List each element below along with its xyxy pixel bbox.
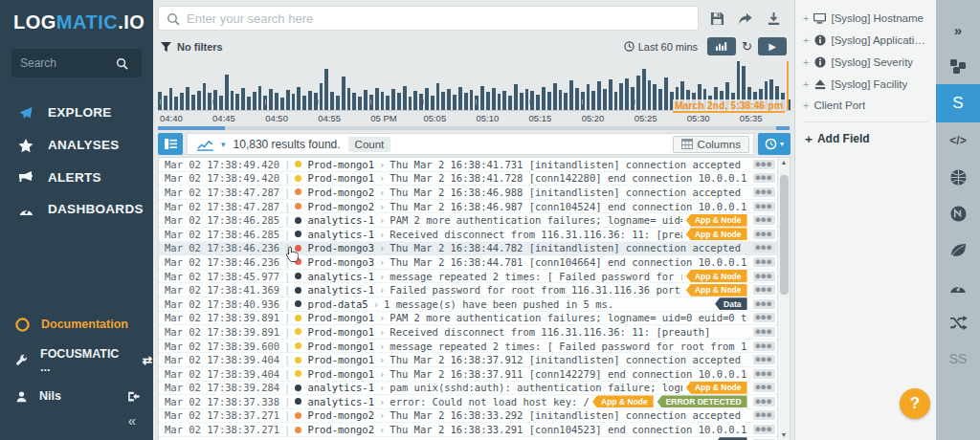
- add-plus-icon[interactable]: +: [803, 34, 809, 46]
- log-service[interactable]: Prod-mongo1: [307, 368, 374, 380]
- chart-type-caret-icon[interactable]: ▾: [221, 140, 226, 149]
- table-row[interactable]: Mar 02 17:38:39.600|Prod-mongo1›message …: [159, 340, 777, 354]
- source-syslog-tab[interactable]: S: [936, 84, 980, 122]
- ss-label[interactable]: SS: [936, 341, 980, 377]
- time-range-brush[interactable]: [158, 126, 790, 130]
- history-button[interactable]: ▾: [758, 133, 791, 155]
- field-item[interactable]: +[Syslog] Hostname: [803, 8, 928, 29]
- log-service[interactable]: Prod-mongo1: [307, 326, 374, 338]
- refresh-icon[interactable]: ↻: [742, 39, 752, 54]
- row-actions-button[interactable]: ●●●: [753, 215, 775, 225]
- table-row[interactable]: Mar 02 17:38:39.891|Prod-mongo1›Received…: [159, 325, 777, 340]
- columns-button[interactable]: Columns: [673, 136, 749, 153]
- row-actions-button[interactable]: ●●●: [753, 272, 775, 281]
- row-actions-button[interactable]: ●●●: [753, 341, 775, 351]
- histogram-toggle-button[interactable]: [707, 37, 736, 55]
- log-message[interactable]: Failed password for root from 116.31.116…: [390, 284, 682, 296]
- field-item[interactable]: +Client Port: [803, 95, 928, 116]
- log-service[interactable]: analytics-1: [307, 214, 374, 226]
- table-row[interactable]: Mar 02 17:38:46.236|Prod-mongo3›Thu Mar …: [159, 242, 777, 256]
- time-range-selector[interactable]: Last 60 mins: [624, 41, 698, 53]
- log-message[interactable]: Thu Mar 2 16:38:41.731 [initandlisten] c…: [390, 159, 746, 170]
- exchange-icon[interactable]: ⇄: [142, 353, 151, 367]
- log-service[interactable]: Prod-mongo2: [307, 201, 374, 212]
- nginx-icon[interactable]: [936, 195, 980, 231]
- collapse-sidebar-button[interactable]: «: [128, 412, 136, 429]
- row-actions-button[interactable]: ●●●: [753, 202, 775, 211]
- query-search-input[interactable]: [187, 11, 690, 26]
- table-row[interactable]: Mar 02 17:38:37.338|analytics-1›error: C…: [159, 395, 777, 409]
- log-service[interactable]: Prod-mongo1: [307, 312, 374, 323]
- globe-icon[interactable]: [936, 159, 980, 195]
- shuffle-icon[interactable]: [936, 304, 980, 341]
- log-service[interactable]: Prod-mongo2: [307, 187, 374, 198]
- log-service[interactable]: analytics-1: [307, 396, 374, 407]
- save-icon[interactable]: [710, 10, 724, 27]
- log-message[interactable]: message repeated 2 times: [ Failed passw…: [390, 271, 682, 282]
- row-actions-button[interactable]: ●●●: [753, 299, 775, 309]
- add-plus-icon[interactable]: +: [803, 99, 809, 111]
- row-actions-button[interactable]: ●●●: [753, 173, 775, 183]
- log-message[interactable]: message repeated 2 times: [ Failed passw…: [390, 341, 746, 352]
- table-row[interactable]: Mar 02 17:38:41.369|analytics-1›Failed p…: [159, 283, 777, 297]
- log-message[interactable]: Received disconnect from 116.31.116.36: …: [390, 229, 682, 240]
- table-row[interactable]: Mar 02 17:38:46.236|Prod-mongo3›Thu Mar …: [159, 255, 777, 270]
- log-message[interactable]: 1 message(s) have been pushed in 5 ms.: [384, 298, 711, 310]
- leaf-icon[interactable]: [936, 231, 980, 268]
- log-message[interactable]: Thu Mar 2 16:38:46.987 [conn104524] end …: [390, 201, 746, 212]
- row-actions-button[interactable]: ●●●: [753, 355, 775, 364]
- table-row[interactable]: Mar 02 17:38:37.271|Prod-mongo2›Thu Mar …: [159, 423, 777, 437]
- log-service[interactable]: analytics-1: [307, 284, 374, 296]
- log-message[interactable]: PAM 2 more authentication failures; logn…: [390, 312, 746, 323]
- sidebar-item-alerts[interactable]: ALERTS: [0, 162, 153, 193]
- table-row[interactable]: Mar 02 17:38:47.287|Prod-mongo2›Thu Mar …: [159, 186, 777, 200]
- table-row[interactable]: Mar 02 17:38:39.404|Prod-mongo1›Thu Mar …: [159, 353, 777, 367]
- log-tag[interactable]: App & Node: [686, 270, 747, 282]
- log-message[interactable]: Thu Mar 2 16:38:37.912 [initandlisten] c…: [390, 354, 746, 365]
- log-message[interactable]: Received disconnect from 116.31.116.36: …: [390, 326, 746, 338]
- workspace-switcher[interactable]: FOCUSMATIC ... ⇄: [0, 340, 153, 382]
- scroll-down-icon[interactable]: ▼: [781, 430, 788, 440]
- row-actions-button[interactable]: ●●●: [753, 369, 775, 379]
- row-actions-button[interactable]: ●●●: [753, 383, 775, 392]
- query-search-box[interactable]: [158, 6, 699, 31]
- sidebar-item-explore[interactable]: EXPLORE: [0, 97, 153, 129]
- brush-handle-right[interactable]: [776, 126, 790, 130]
- log-service[interactable]: Prod-mongo1: [307, 159, 374, 170]
- log-service[interactable]: Prod-mongo1: [307, 172, 374, 184]
- sidebar-search-input[interactable]: [20, 56, 116, 70]
- log-message[interactable]: error: Could not load host key: /etc/ssh…: [390, 396, 589, 407]
- table-row[interactable]: Mar 02 17:38:45.977|analytics-1›message …: [159, 270, 777, 284]
- add-plus-icon[interactable]: +: [803, 56, 809, 68]
- log-service[interactable]: prod-data5: [307, 298, 368, 310]
- row-actions-button[interactable]: ●●●: [753, 243, 775, 253]
- table-row[interactable]: Mar 02 17:38:37.271|Prod-mongo2›Thu Mar …: [159, 409, 777, 424]
- count-chip[interactable]: Count: [348, 137, 391, 152]
- log-tag[interactable]: App & Node: [686, 228, 747, 240]
- trend-chart-icon[interactable]: [197, 136, 213, 153]
- log-message[interactable]: Thu Mar 2 16:38:33.291 [conn104523] end …: [390, 424, 746, 435]
- log-service[interactable]: Prod-mongo2: [307, 409, 374, 421]
- field-item[interactable]: +[Syslog] Application N...: [803, 29, 928, 51]
- log-message[interactable]: Thu Mar 2 16:38:44.781 [conn104664] end …: [390, 256, 746, 268]
- scrollbar-thumb[interactable]: [780, 175, 789, 295]
- add-field-button[interactable]: ＋ Add Field: [803, 121, 928, 156]
- table-row[interactable]: Mar 02 17:38:49.420|Prod-mongo1›Thu Mar …: [159, 158, 777, 172]
- log-tag[interactable]: App & Node: [686, 214, 747, 227]
- table-row[interactable]: Mar 02 17:38:47.287|Prod-mongo2›Thu Mar …: [159, 200, 777, 214]
- sidebar-item-analyses[interactable]: ANALYSES: [0, 129, 153, 162]
- toggle-list-panel-button[interactable]: [158, 133, 183, 155]
- add-plus-icon[interactable]: +: [803, 12, 809, 24]
- table-row[interactable]: Mar 02 17:38:46.285|analytics-1›PAM 2 mo…: [159, 213, 777, 228]
- log-tag[interactable]: ERROR DETECTED: [657, 395, 747, 407]
- log-service[interactable]: Prod-mongo3: [307, 242, 374, 253]
- log-tag[interactable]: Data: [715, 297, 746, 310]
- user-menu[interactable]: Nils: [0, 382, 153, 410]
- code-icon[interactable]: </>: [936, 122, 980, 159]
- log-service[interactable]: analytics-1: [307, 382, 374, 393]
- row-actions-button[interactable]: ●●●: [753, 187, 775, 197]
- table-row[interactable]: Mar 02 17:38:39.404|Prod-mongo1›Thu Mar …: [159, 367, 777, 382]
- scroll-up-icon[interactable]: ▲: [781, 158, 788, 167]
- log-message[interactable]: pam_unix(sshd:auth): authentication fail…: [390, 382, 682, 393]
- field-item[interactable]: +[Syslog] Severity: [803, 51, 928, 73]
